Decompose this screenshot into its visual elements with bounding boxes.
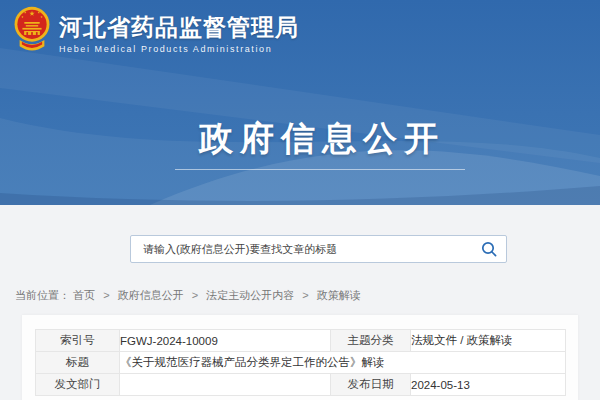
title-underline (175, 169, 465, 170)
breadcrumb-prefix: 当前位置： (15, 289, 70, 301)
topic-category-label: 主题分类 (331, 330, 411, 352)
table-row: 标题 《关于规范医疗器械产品分类界定工作的公告》解读 (36, 352, 566, 374)
org-names: 河北省药品监督管理局 Hebei Medical Products Admini… (59, 5, 299, 54)
document-title-value[interactable]: 《关于规范医疗器械产品分类界定工作的公告》解读 (120, 352, 566, 374)
search-input[interactable] (131, 236, 472, 262)
search-icon (480, 240, 498, 258)
document-meta-table: 索引号 FGWJ-2024-10009 主题分类 法规文件 / 政策解读 标题 … (35, 329, 566, 396)
index-number-label: 索引号 (36, 330, 120, 352)
breadcrumb-home[interactable]: 首页 (73, 289, 95, 301)
search-button[interactable] (472, 236, 506, 262)
issuing-department-label: 发文部门 (36, 374, 120, 396)
document-meta-card: 索引号 FGWJ-2024-10009 主题分类 法规文件 / 政策解读 标题 … (22, 315, 578, 400)
org-name-zh: 河北省药品监督管理局 (59, 14, 299, 40)
table-row: 索引号 FGWJ-2024-10009 主题分类 法规文件 / 政策解读 (36, 330, 566, 352)
page: 河北省药品监督管理局 Hebei Medical Products Admini… (0, 0, 600, 400)
breadcrumb: 当前位置： 首页 > 政府信息公开 > 法定主动公开内容 > 政策解读 (15, 288, 361, 303)
publish-date-label: 发布日期 (331, 374, 411, 396)
search-box (130, 235, 507, 263)
page-title: 政府信息公开 (0, 116, 600, 162)
header-banner: 河北省药品监督管理局 Hebei Medical Products Admini… (0, 0, 600, 205)
breadcrumb-policy-interpretation[interactable]: 政策解读 (317, 289, 361, 301)
site-logo[interactable]: 河北省药品监督管理局 Hebei Medical Products Admini… (14, 5, 299, 57)
breadcrumb-separator: > (103, 289, 109, 301)
table-row: 发文部门 发布日期 2024-05-13 (36, 374, 566, 396)
breadcrumb-info-disclosure[interactable]: 政府信息公开 (118, 289, 184, 301)
issuing-department-value (120, 374, 331, 396)
china-national-emblem-icon (14, 5, 50, 57)
title-label: 标题 (36, 352, 120, 374)
breadcrumb-separator: > (302, 289, 308, 301)
org-name-en: Hebei Medical Products Administration (59, 44, 299, 54)
breadcrumb-separator: > (192, 289, 198, 301)
breadcrumb-statutory-content[interactable]: 法定主动公开内容 (206, 289, 294, 301)
publish-date-value: 2024-05-13 (411, 374, 566, 396)
index-number-value: FGWJ-2024-10009 (120, 330, 331, 352)
topic-category-value: 法规文件 / 政策解读 (411, 330, 566, 352)
